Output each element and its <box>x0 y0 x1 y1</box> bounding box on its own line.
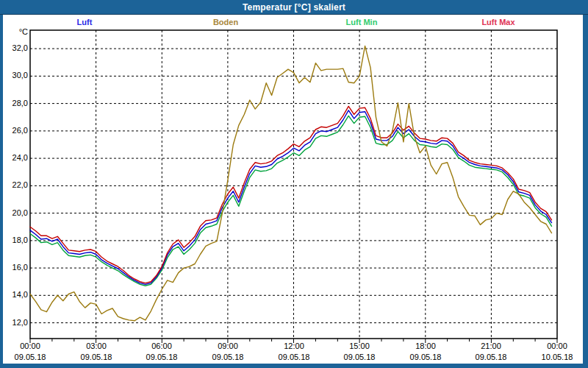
y-axis-label: 22,0 <box>0 180 28 189</box>
x-axis-time-label: 00:00 <box>20 342 40 350</box>
legend-item-boden: Boden <box>213 18 238 26</box>
x-axis-date-label: 09.05.18 <box>146 353 178 361</box>
y-axis-label: 32,0 <box>0 43 28 52</box>
x-axis-time-label: 12:00 <box>284 342 304 350</box>
y-axis-label: 26,0 <box>0 126 28 135</box>
x-axis-time-label: 18:00 <box>415 342 436 350</box>
x-axis-date-label: 09.05.18 <box>212 353 244 361</box>
window-frame-left <box>0 15 3 368</box>
legend-item-luft-max: Luft Max <box>481 18 514 26</box>
y-axis-label: 16,0 <box>0 263 28 272</box>
x-axis-time-label: 15:00 <box>349 342 370 350</box>
x-axis-date-label: 09.05.18 <box>279 353 310 361</box>
x-axis-time-label: 00:00 <box>547 342 567 350</box>
series-line-luft-max <box>30 106 552 283</box>
y-axis-label: 24,0 <box>0 153 28 162</box>
y-axis-label: 28,0 <box>0 99 28 107</box>
x-axis-time-label: 21:00 <box>481 342 501 350</box>
y-axis-label: 12,0 <box>0 318 28 327</box>
x-axis-date-label: 09.05.18 <box>15 353 46 361</box>
x-axis-date-label: 10.05.18 <box>542 353 573 361</box>
chart-window: Temperatur [°C] skaliert LuftBodenLuft M… <box>0 0 588 368</box>
y-axis-unit-label: °C <box>0 27 28 36</box>
series-line-luft <box>30 110 552 285</box>
y-axis-label: 30,0 <box>0 71 28 79</box>
legend-item-luft-min: Luft Min <box>346 18 378 26</box>
x-axis-date-label: 09.05.18 <box>410 353 442 361</box>
x-axis-time-label: 06:00 <box>151 342 172 350</box>
y-axis-label: 20,0 <box>0 208 28 217</box>
x-axis-date-label: 09.05.18 <box>81 353 112 361</box>
legend-item-luft: Luft <box>77 18 93 26</box>
series-line-luft-min <box>30 116 552 286</box>
x-axis-time-label: 09:00 <box>218 342 238 350</box>
x-axis-date-label: 09.05.18 <box>344 353 376 361</box>
window-frame-bottom <box>0 364 588 368</box>
window-frame-right <box>583 15 588 368</box>
y-axis-label: 18,0 <box>0 236 28 244</box>
temperature-chart <box>0 0 588 368</box>
series-line-boden <box>30 46 552 320</box>
x-axis-time-label: 03:00 <box>86 342 107 350</box>
x-axis-date-label: 09.05.18 <box>476 353 507 361</box>
y-axis-label: 14,0 <box>0 290 28 299</box>
